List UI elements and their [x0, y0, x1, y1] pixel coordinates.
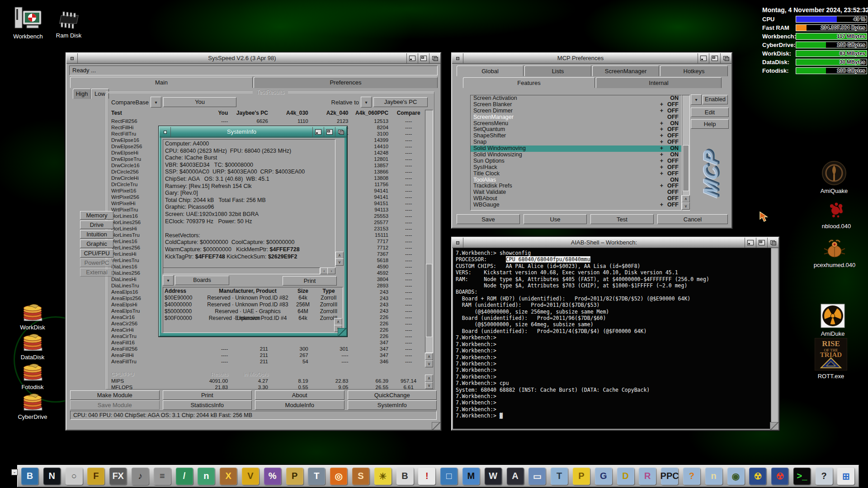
systeminfo-titlebar[interactable]: SystemInfo — [160, 127, 346, 137]
tab-hotkeys[interactable]: Hotkeys — [660, 66, 728, 76]
feature-item[interactable]: Title Clock + OFF — [471, 171, 681, 177]
desktop-icon-amiquake[interactable]: AmiQuake — [809, 161, 859, 194]
help-button[interactable]: Help — [691, 119, 729, 129]
dock-icon-cabinet-note[interactable]: n — [705, 468, 722, 485]
action-button[interactable]: Make Module — [70, 390, 160, 400]
feature-item[interactable]: Trackdisk Prefs + OFF — [471, 183, 681, 189]
tab-lists[interactable]: Lists — [524, 66, 591, 76]
dock-icon-alert-window[interactable]: ! — [418, 468, 435, 485]
dock-icon-idea-bulb[interactable]: ☀ — [374, 468, 392, 485]
save-button[interactable]: Save — [457, 214, 520, 224]
tab-features[interactable]: Features — [463, 77, 595, 88]
desktop-icon-workbench[interactable]: Workbench — [10, 5, 46, 40]
feature-item[interactable]: ToolAlias ON — [471, 177, 681, 183]
dock-icon-tools[interactable]: T — [308, 468, 325, 485]
test-button[interactable]: Test — [590, 214, 654, 224]
depth-gadget[interactable] — [720, 53, 731, 63]
dock-icon-flashlight[interactable]: / — [176, 468, 193, 485]
zoom-gadget[interactable] — [756, 238, 767, 248]
dock-icon-pie-chart[interactable]: % — [264, 468, 281, 485]
category-button[interactable]: CPU/FPU — [80, 249, 113, 258]
dock-icon-movie-fx[interactable]: FX — [109, 468, 127, 485]
results-scrollbar[interactable] — [425, 110, 433, 353]
category-button[interactable]: Memory — [80, 211, 113, 220]
desktop-icon-workdisk[interactable]: WorkDisk — [14, 302, 52, 331]
dock-icon-film-roll[interactable]: F — [87, 468, 104, 485]
mcp-titlebar[interactable]: MCP Preferences — [452, 53, 731, 64]
dock-icon-copper-disks[interactable]: S — [352, 468, 369, 485]
dock-icon-floppy-blank[interactable]: ▭ — [528, 468, 546, 485]
feature-item[interactable]: Screen Blanker + OFF — [471, 102, 681, 108]
close-gadget[interactable] — [160, 127, 171, 137]
zoom-gadget[interactable] — [709, 53, 720, 63]
action-button[interactable]: About — [255, 390, 344, 400]
dock-icon-cabinet-ghost[interactable]: G — [595, 468, 612, 485]
resize-gadget[interactable] — [338, 328, 346, 336]
use-button[interactable]: Use — [524, 214, 587, 224]
feature-item[interactable]: WBGauge + OFF — [471, 202, 681, 208]
shell-console[interactable]: 7.Workbench:> showconfigPROCESSOR: CPU 6… — [453, 248, 771, 429]
desktop-icon-rott[interactable]: RISE OF THE TRIAD ROTT.exe — [808, 338, 854, 380]
print-button[interactable]: Print — [283, 276, 337, 286]
feature-item[interactable]: Snap + OFF — [471, 139, 681, 145]
board-row[interactable]: $50000000 Reserved · UAE - Graphics Expa… — [163, 308, 343, 315]
category-button[interactable]: Drive — [80, 221, 113, 229]
tab-global[interactable]: Global — [457, 66, 524, 76]
dock-icon-cabinet-eye[interactable]: ◉ — [727, 468, 745, 485]
iconify-gadget[interactable] — [406, 53, 418, 63]
dock-icon-cabinet-duck[interactable]: D — [617, 468, 634, 485]
sysspeed-titlebar[interactable]: SysSpeed V2.6 (3 Apr 98) — [66, 53, 440, 64]
dock-icon-tower-tools[interactable]: T — [551, 468, 568, 485]
dock-icon-fan-wheel[interactable]: ☢ — [749, 468, 766, 485]
cancel-button[interactable]: Cancel — [657, 214, 728, 224]
dock-icon-powerpc-clock[interactable]: P — [286, 468, 303, 485]
action-button[interactable]: StatisticsInfo — [163, 400, 252, 410]
dock-icon-stereo[interactable]: ≡ — [154, 468, 171, 485]
depth-gadget[interactable] — [767, 238, 778, 248]
horizontal-scrollbar[interactable] — [163, 267, 320, 274]
action-button[interactable]: Print — [163, 390, 252, 400]
dock-icon-monitor-help[interactable]: ? — [816, 468, 833, 485]
feature-item[interactable]: Solid Windowsizing + ON — [471, 152, 681, 158]
action-button[interactable]: QuickChange — [348, 390, 437, 400]
depth-gadget[interactable] — [335, 127, 346, 137]
feature-item[interactable]: SysIHack + OFF — [471, 164, 681, 171]
feature-item[interactable]: Sun Options + OFF — [471, 158, 681, 164]
tab-preferences[interactable]: Preferences — [254, 77, 438, 88]
dock-icon-blueprint[interactable]: □ — [440, 468, 458, 485]
close-gadget[interactable] — [452, 238, 463, 248]
resize-gadget[interactable] — [770, 422, 778, 430]
scroll-down-arrow[interactable]: ∨ — [335, 258, 344, 266]
dock-icon-basic-editor[interactable]: B — [396, 468, 414, 485]
desktop-icon-datadisk[interactable]: DataDisk — [14, 332, 52, 361]
desktop-icon-pcexhumed[interactable]: pcexhumed.040 — [807, 239, 862, 268]
feature-item[interactable]: Screen Dimmer + OFF — [471, 108, 681, 114]
scroll-down-arrow[interactable]: ∨ — [682, 202, 690, 210]
dock-icon-notepad[interactable]: n — [198, 468, 215, 485]
boards-select[interactable]: Boards — [175, 276, 229, 285]
feature-item[interactable]: ScreenManager OFF — [471, 114, 681, 121]
compare-base-select[interactable]: You — [163, 97, 236, 107]
dock-icon-floppy-windows[interactable]: W — [485, 468, 502, 485]
board-row[interactable]: $40000000 Reserved · Unknown Prod.ID #83… — [163, 301, 343, 308]
feature-item[interactable]: Screen Activation ON — [471, 95, 681, 102]
dock-icon-cabinet-robot[interactable]: R — [639, 468, 656, 485]
dock-icon-maxon-040[interactable]: M — [462, 468, 480, 485]
features-scrollbar-thumb[interactable] — [683, 145, 689, 191]
shell-titlebar[interactable]: AIAB-Shell – Workbench: — [452, 238, 778, 248]
close-gadget[interactable] — [66, 53, 78, 63]
iconify-gadget[interactable] — [698, 53, 709, 63]
feature-item[interactable]: WBAbout OFF — [471, 196, 681, 202]
results-scrollbar-thumb[interactable] — [426, 264, 432, 337]
category-button[interactable]: External — [80, 268, 113, 277]
category-button[interactable]: Intuition — [80, 230, 113, 239]
tab-internal[interactable]: Internal — [596, 77, 722, 88]
zoom-gadget[interactable] — [324, 127, 335, 137]
action-button[interactable]: ModuleInfo — [255, 400, 344, 410]
scroll-up-arrow[interactable]: ∧ — [425, 353, 433, 360]
scroll-up-arrow[interactable]: ∧ — [682, 195, 690, 202]
dock-icon-floppy-apple[interactable]: A — [507, 468, 524, 485]
dock-handle[interactable]: ⌄ — [11, 469, 18, 475]
zoom-gadget[interactable] — [418, 53, 429, 63]
cpu-scroll-down-arrow[interactable]: ∨ — [425, 382, 433, 389]
